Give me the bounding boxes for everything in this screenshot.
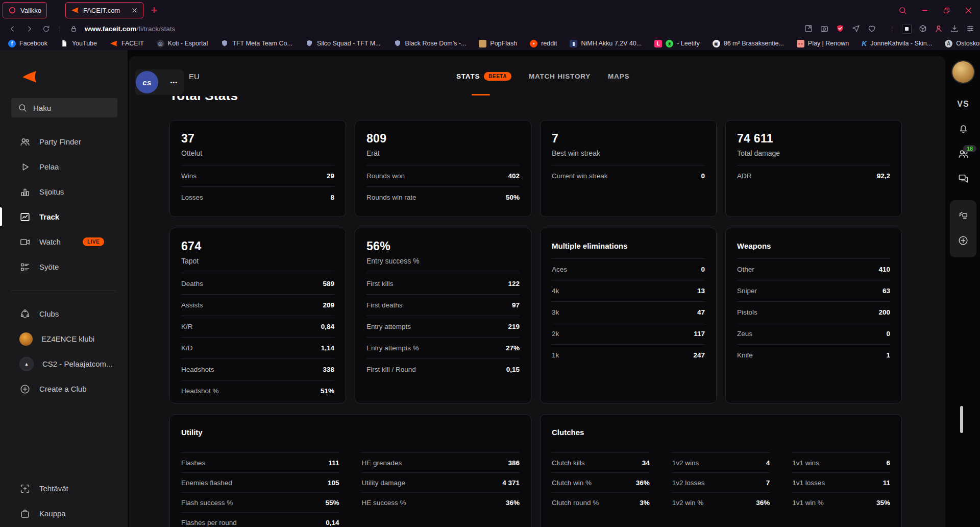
bookmark-item[interactable]: •reddit bbox=[530, 40, 557, 47]
bookmark-item[interactable]: ◉86 m² Brasaksentie... bbox=[713, 40, 784, 47]
lock-icon[interactable] bbox=[70, 25, 78, 33]
sidebar-item-label: Party Finder bbox=[39, 137, 81, 146]
user-avatar[interactable] bbox=[951, 60, 975, 84]
game-menu-dots-icon[interactable]: ••• bbox=[170, 69, 178, 95]
card-title: Weapons bbox=[737, 239, 890, 258]
shield-icon bbox=[305, 39, 313, 47]
tab-match-history[interactable]: MATCH HISTORY bbox=[529, 73, 591, 80]
bookmark-item[interactable]: Silco Squad - TFT M... bbox=[305, 39, 381, 47]
opera-icon bbox=[8, 6, 16, 14]
bookmark-item[interactable]: YouTube bbox=[60, 39, 97, 47]
stat-value: 36% bbox=[756, 499, 770, 507]
url-bar[interactable]: www.faceit.com/fi/track/stats bbox=[85, 25, 175, 33]
card-title: Clutches bbox=[552, 426, 890, 445]
new-tab-button[interactable]: + bbox=[151, 5, 157, 16]
sidebar-item-sijoitus[interactable]: Sijoitus bbox=[0, 179, 128, 204]
sidebar-item-party-finder[interactable]: Party Finder bbox=[0, 129, 128, 154]
sidebar-divider bbox=[11, 291, 116, 291]
sidebar-item-create-a-club[interactable]: Create a Club bbox=[0, 376, 128, 401]
browser-tab[interactable]: Valikko bbox=[3, 2, 47, 18]
card-big-number: 74 611 bbox=[737, 132, 890, 146]
card-big-number: 56% bbox=[366, 239, 520, 253]
tab-maps[interactable]: MAPS bbox=[608, 73, 629, 80]
extension-icon[interactable] bbox=[902, 24, 912, 34]
minimize-icon[interactable] bbox=[920, 6, 929, 15]
bookmark-item[interactable]: Black Rose Dom's -... bbox=[394, 39, 467, 47]
bookmark-label: 86 m² Brasaksentie... bbox=[724, 40, 784, 47]
sidebar-item-clubs[interactable]: Clubs bbox=[0, 301, 128, 326]
tab-stats[interactable]: STATS BEETA bbox=[456, 72, 511, 81]
stat-row: 1v1 wins6 bbox=[792, 452, 890, 472]
extensions-cube-icon[interactable] bbox=[918, 24, 927, 33]
stat-value: 1,14 bbox=[321, 344, 334, 352]
bookmark-item[interactable]: Lᴥ- Leetify bbox=[654, 40, 699, 47]
search-input[interactable]: Haku bbox=[11, 98, 117, 117]
downloads-icon[interactable] bbox=[950, 24, 959, 33]
restore-icon[interactable] bbox=[942, 6, 951, 15]
scrollbar-thumb[interactable] bbox=[960, 406, 963, 433]
favorites-heart-icon[interactable] bbox=[867, 24, 876, 33]
stat-label: K/D bbox=[181, 344, 193, 352]
faceit-logo[interactable] bbox=[19, 68, 40, 85]
bookmark-item[interactable]: ★★Play | Renown bbox=[797, 40, 849, 47]
stat-value: 386 bbox=[508, 459, 520, 467]
party-button[interactable] bbox=[950, 209, 976, 221]
card-big-number: 674 bbox=[181, 239, 334, 253]
bookmark-item[interactable]: fFacebook bbox=[8, 40, 47, 47]
sidebar-item-watch[interactable]: WatchLIVE bbox=[0, 229, 128, 254]
bookmark-item[interactable]: AOstoskori | ERIKOIS... bbox=[945, 40, 980, 47]
settings-sliders-icon[interactable] bbox=[966, 24, 975, 33]
plus-circle-icon bbox=[958, 235, 969, 246]
shield-icon bbox=[394, 39, 402, 47]
game-selector[interactable]: cs ••• bbox=[135, 69, 184, 95]
forward-icon[interactable] bbox=[25, 25, 34, 33]
bookmark-item[interactable]: PopFlash bbox=[479, 40, 517, 47]
snapshot-camera-icon[interactable] bbox=[820, 24, 829, 33]
reload-icon[interactable] bbox=[42, 25, 51, 33]
page-icon bbox=[60, 39, 68, 47]
bookmark-item[interactable]: TFT Meta Team Co... bbox=[220, 39, 292, 47]
sidebar-item-track[interactable]: Track bbox=[0, 204, 128, 229]
share-icon[interactable] bbox=[804, 24, 813, 33]
bookmark-item[interactable]: ▮NiMH Akku 7,2V 40... bbox=[570, 40, 642, 47]
stat-row: 1v1 losses11 bbox=[792, 472, 890, 492]
stat-label: Utility damage bbox=[362, 479, 406, 487]
sidebar-item-cs2-pelaajatcom-[interactable]: ▲CS2 - Pelaajatcom... bbox=[0, 351, 128, 376]
stat-label: Flashes bbox=[181, 459, 205, 467]
sidebar-item-kauppa[interactable]: Kauppa bbox=[0, 501, 128, 526]
bookmark-item[interactable]: ◎Koti - Esportal bbox=[157, 40, 208, 47]
stat-label: Entry attempts % bbox=[366, 344, 419, 352]
stat-label: HE grenades bbox=[362, 459, 402, 467]
sidebar-item-teht-v-t[interactable]: Tehtävät bbox=[0, 476, 128, 501]
profile-person-icon[interactable] bbox=[934, 24, 943, 33]
close-icon[interactable] bbox=[964, 6, 973, 15]
search-icon bbox=[18, 103, 27, 112]
flow-send-icon[interactable] bbox=[851, 24, 861, 33]
back-icon[interactable] bbox=[8, 25, 17, 33]
stat-value: 47 bbox=[697, 308, 705, 316]
adblock-shield-icon[interactable] bbox=[836, 24, 845, 33]
invite-button[interactable] bbox=[950, 235, 976, 246]
stats-card: WeaponsOther410Sniper63Pistols200Zeus0Kn… bbox=[725, 228, 902, 403]
stat-row: 1v2 wins4 bbox=[672, 452, 770, 472]
club-avatar: ▲ bbox=[19, 357, 34, 371]
sidebar-item-sy-te[interactable]: Syöte bbox=[0, 254, 128, 279]
browser-tab[interactable]: FACEIT.com bbox=[65, 2, 143, 18]
cs2-game-icon: cs bbox=[136, 71, 158, 93]
toolbar-separator: ⋮ bbox=[57, 26, 63, 32]
gx-sidebar-icon[interactable] bbox=[52, 5, 63, 16]
search-placeholder: Haku bbox=[33, 104, 51, 112]
sidebar-item-ez4ence-klubi[interactable]: EZ4ENCE klubi bbox=[0, 326, 128, 351]
stat-label: Wins bbox=[181, 172, 197, 180]
chat-button[interactable] bbox=[946, 173, 980, 184]
clubs-icon bbox=[19, 308, 31, 320]
bookmark-item[interactable]: KJonneKahvila - Skin... bbox=[862, 39, 932, 47]
stat-value: 34 bbox=[642, 459, 650, 467]
tab-close-icon[interactable] bbox=[131, 7, 138, 14]
stat-label: Flashes per round bbox=[181, 519, 237, 526]
sidebar-item-pelaa[interactable]: Pelaa bbox=[0, 154, 128, 179]
notifications-button[interactable] bbox=[946, 123, 980, 135]
bookmark-item[interactable]: FACEIT bbox=[110, 39, 144, 47]
search-tabs-icon[interactable] bbox=[898, 6, 907, 15]
sidebar-item-label: Track bbox=[39, 212, 59, 221]
